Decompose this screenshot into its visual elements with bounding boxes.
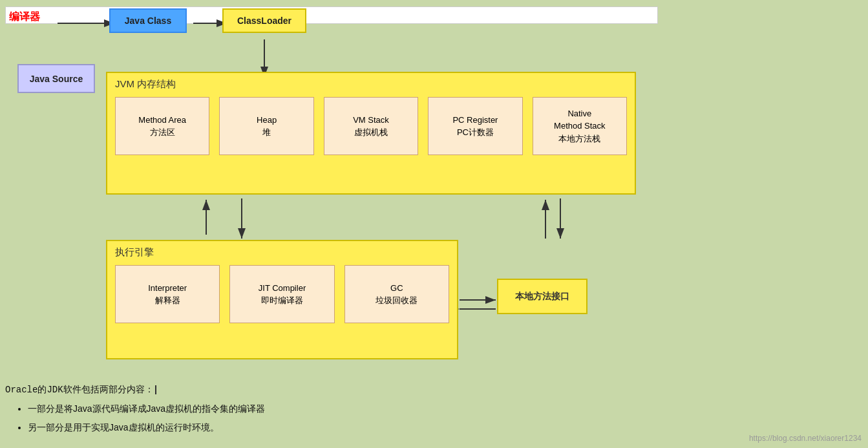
diagram-container: 编译器 Java Class ClassLoader Java Source J… bbox=[5, 6, 658, 24]
exec-inner-boxes: Interpreter 解释器 JIT Compiler 即时编译器 GC 垃圾… bbox=[115, 265, 449, 323]
jvm-inner-boxes: Method Area 方法区 Heap 堆 VM Stack 虚拟机栈 PC … bbox=[115, 97, 627, 155]
vm-stack-box: VM Stack 虚拟机栈 bbox=[324, 97, 418, 155]
native-method-stack-box: Native Method Stack 本地方法栈 bbox=[533, 97, 627, 155]
watermark: https://blog.csdn.net/xiaorer1234 bbox=[749, 434, 862, 443]
compiler-label: 编译器 bbox=[9, 10, 40, 24]
bullet-item-2: 另一部分是用于实现Java虚拟机的运行时环境。 bbox=[28, 420, 651, 436]
native-interface-box: 本地方法接口 bbox=[497, 279, 587, 314]
bottom-text: Oracle的JDK软件包括两部分内容： 一部分是将Java源代码编译成Java… bbox=[5, 381, 651, 439]
heap-box: Heap 堆 bbox=[219, 97, 313, 155]
exec-engine-box: 执行引擎 Interpreter 解释器 JIT Compiler 即时编译器 … bbox=[106, 240, 458, 359]
classloader-box: ClassLoader bbox=[222, 8, 306, 33]
jvm-memory-box: JVM 内存结构 Method Area 方法区 Heap 堆 VM Stack… bbox=[106, 72, 636, 195]
exec-title: 执行引擎 bbox=[115, 246, 449, 259]
interpreter-box: Interpreter 解释器 bbox=[115, 265, 220, 323]
method-area-box: Method Area 方法区 bbox=[115, 97, 209, 155]
java-source-box: Java Source bbox=[17, 64, 95, 93]
intro-paragraph: Oracle的JDK软件包括两部分内容： bbox=[5, 381, 651, 398]
java-class-box: Java Class bbox=[109, 8, 187, 33]
jvm-title: JVM 内存结构 bbox=[115, 78, 627, 91]
text-cursor bbox=[155, 385, 156, 394]
gc-box: GC 垃圾回收器 bbox=[344, 265, 449, 323]
jit-compiler-box: JIT Compiler 即时编译器 bbox=[229, 265, 334, 323]
intro-code-text: Oracle的JDK软件包括两部分内容： bbox=[5, 385, 154, 395]
bullet-item-1: 一部分是将Java源代码编译成Java虚拟机的指令集的编译器 bbox=[28, 401, 651, 417]
pc-register-box: PC Register PC计数器 bbox=[428, 97, 522, 155]
bullet-list: 一部分是将Java源代码编译成Java虚拟机的指令集的编译器 另一部分是用于实现… bbox=[5, 401, 651, 436]
